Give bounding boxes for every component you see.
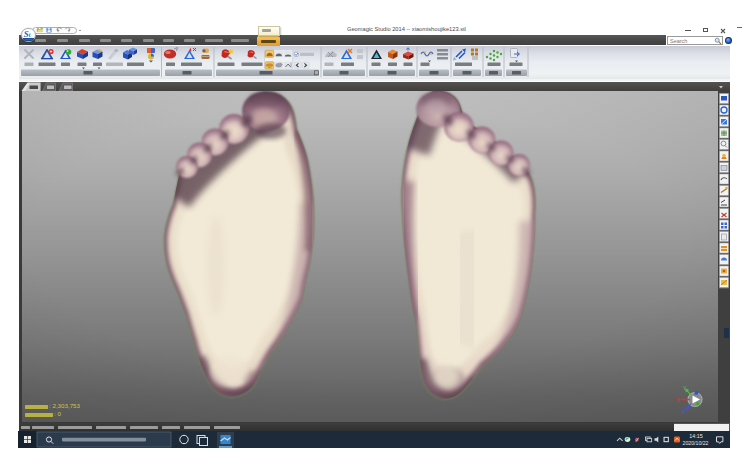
svg-text:X: X	[676, 396, 680, 403]
svg-text:2020/10/22: 2020/10/22	[683, 440, 709, 446]
svg-text:Z: Z	[682, 408, 686, 415]
svg-text:Y: Y	[683, 384, 687, 391]
svg-text:14:15: 14:15	[689, 433, 703, 439]
